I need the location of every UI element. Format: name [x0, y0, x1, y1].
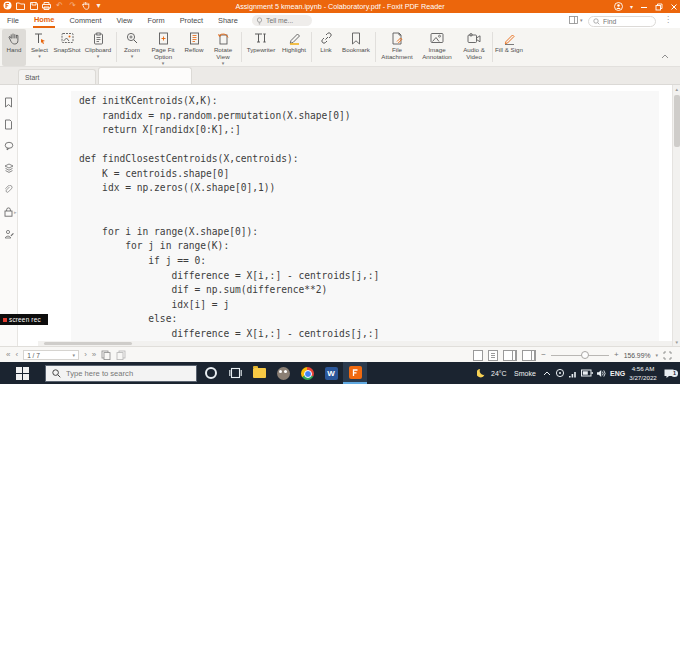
- clock[interactable]: 4:56 AM 3/27/2022: [626, 364, 660, 382]
- menu-view[interactable]: View: [116, 14, 134, 27]
- ribbon-separator: [311, 32, 312, 62]
- continuous-facing-view-icon[interactable]: [522, 350, 532, 361]
- dropdown-caret-icon: ▾: [131, 54, 134, 59]
- word-button[interactable]: W: [319, 362, 343, 384]
- foxit-reader-button[interactable]: [343, 362, 367, 384]
- volume-icon[interactable]: [596, 362, 606, 384]
- single-page-view-icon[interactable]: [473, 350, 483, 361]
- tell-me-box[interactable]: [252, 15, 312, 26]
- more-options-icon[interactable]: ⋮: [664, 15, 672, 24]
- continuous-view-icon[interactable]: [488, 350, 498, 361]
- page-number-box[interactable]: 1 / 7 ▾: [23, 350, 79, 360]
- language-indicator[interactable]: ENG: [610, 362, 625, 384]
- tool-clipboard[interactable]: Clipboard ▾: [82, 29, 114, 66]
- next-page-button[interactable]: ›: [84, 351, 87, 359]
- zoom-out-button[interactable]: −: [541, 351, 546, 359]
- facing-view-icon[interactable]: [503, 350, 513, 361]
- previous-view-icon[interactable]: [101, 350, 111, 360]
- comments-panel-icon[interactable]: [4, 141, 14, 151]
- close-button[interactable]: [670, 3, 678, 11]
- security-panel-icon[interactable]: [4, 207, 14, 217]
- gimp-button[interactable]: [271, 362, 295, 384]
- tool-file-attachment[interactable]: File Attachment: [378, 29, 416, 66]
- find-input[interactable]: [603, 18, 647, 25]
- tool-audio-video[interactable]: Audio & Video: [458, 29, 490, 66]
- layers-panel-icon[interactable]: [4, 163, 14, 173]
- tool-link[interactable]: Link: [314, 29, 338, 66]
- zoom-slider[interactable]: [551, 355, 609, 356]
- menu-protect[interactable]: Protect: [179, 14, 204, 27]
- battery-icon[interactable]: [581, 362, 593, 384]
- select-text-icon: [33, 31, 46, 45]
- menu-share[interactable]: Share: [217, 14, 239, 27]
- account-dropdown-icon[interactable]: ▾: [630, 4, 633, 10]
- vertical-scrollbar-thumb[interactable]: [674, 95, 680, 147]
- zoom-slider-knob[interactable]: [581, 351, 589, 359]
- tool-snapshot[interactable]: SnapShot: [52, 29, 82, 66]
- tool-page-fit-option[interactable]: Page Fit Option ▾: [146, 29, 180, 66]
- zoom-level[interactable]: 156.99%: [624, 352, 651, 359]
- weather-condition[interactable]: Smoke: [514, 362, 536, 384]
- tool-label: Zoom: [124, 46, 140, 53]
- tab-start[interactable]: Start: [18, 69, 96, 84]
- file-explorer-button[interactable]: [247, 362, 271, 384]
- expand-panel-icon[interactable]: ▸: [14, 209, 17, 215]
- screen: ↶ ↷ ▾ Assignment 5 kmean.ipynb - Colabor…: [0, 0, 680, 384]
- previous-page-button[interactable]: ‹: [15, 351, 18, 359]
- scroll-down-icon[interactable]: ▼: [675, 340, 679, 345]
- menu-comment[interactable]: Comment: [68, 14, 102, 27]
- fullscreen-icon[interactable]: [663, 351, 672, 360]
- sync-icon[interactable]: [555, 362, 565, 384]
- task-view-button[interactable]: [223, 362, 247, 384]
- pdf-page[interactable]: def initKCentroids(X,K): randidx = np.ra…: [19, 85, 672, 347]
- tell-me-input[interactable]: [266, 17, 308, 24]
- last-page-button[interactable]: »: [92, 351, 96, 359]
- tool-typewriter[interactable]: Typewriter: [244, 29, 278, 66]
- collapse-ribbon-icon[interactable]: [661, 54, 669, 59]
- action-center-button[interactable]: 1: [663, 362, 675, 384]
- cortana-button[interactable]: [199, 362, 223, 384]
- menu-home[interactable]: Home: [33, 13, 56, 28]
- tray-overflow-icon[interactable]: [543, 362, 551, 384]
- scroll-up-icon[interactable]: ▲: [675, 87, 679, 92]
- windows-logo-icon: [16, 367, 29, 380]
- chrome-button[interactable]: [295, 362, 319, 384]
- restore-button[interactable]: [655, 3, 663, 11]
- ribbon-separator: [241, 32, 242, 62]
- tool-hand[interactable]: Hand: [2, 29, 26, 66]
- tool-fill-sign[interactable]: Fill & Sign: [495, 29, 523, 66]
- first-page-button[interactable]: «: [6, 351, 10, 359]
- tool-label: Highlight: [282, 46, 306, 53]
- tool-rotate-view[interactable]: Rotate View ▾: [207, 29, 239, 66]
- start-button[interactable]: [0, 362, 44, 384]
- next-view-icon[interactable]: [116, 350, 126, 360]
- zoom-in-button[interactable]: +: [614, 351, 619, 359]
- temp-label: 24°C: [491, 370, 507, 377]
- code-line: dif = np.sum(difference**2): [79, 283, 379, 298]
- network-icon[interactable]: [568, 362, 578, 384]
- zoom-dropdown-caret-icon[interactable]: ▾: [655, 352, 658, 358]
- attachments-panel-icon[interactable]: [4, 185, 14, 195]
- minimize-button[interactable]: [640, 3, 648, 11]
- taskbar-search-input[interactable]: [66, 369, 186, 378]
- tool-highlight[interactable]: Highlight: [279, 29, 309, 66]
- tool-select[interactable]: Select ▾: [27, 29, 52, 66]
- vertical-scrollbar[interactable]: ▲ ▼: [672, 85, 680, 347]
- account-icon[interactable]: [614, 2, 623, 11]
- tool-zoom[interactable]: Zoom ▾: [120, 29, 144, 66]
- menu-form[interactable]: Form: [146, 14, 165, 27]
- pages-panel-icon[interactable]: [4, 119, 14, 129]
- tool-reflow[interactable]: Reflow: [181, 29, 207, 66]
- rotate-view-icon: [217, 31, 230, 45]
- view-mode-button[interactable]: ▾: [569, 16, 583, 24]
- menu-file[interactable]: File: [6, 14, 20, 27]
- find-box[interactable]: [588, 16, 656, 27]
- taskbar-search-box[interactable]: [45, 365, 197, 382]
- bookmarks-panel-icon[interactable]: [4, 97, 14, 107]
- signatures-panel-icon[interactable]: [4, 229, 14, 239]
- tool-image-annotation[interactable]: Image Annotation: [417, 29, 457, 66]
- weather-temperature[interactable]: 24°C: [491, 362, 507, 384]
- tool-bookmark[interactable]: Bookmark: [339, 29, 373, 66]
- horizontal-scrollbar-thumb[interactable]: [44, 342, 132, 345]
- weather-icon[interactable]: [477, 362, 487, 384]
